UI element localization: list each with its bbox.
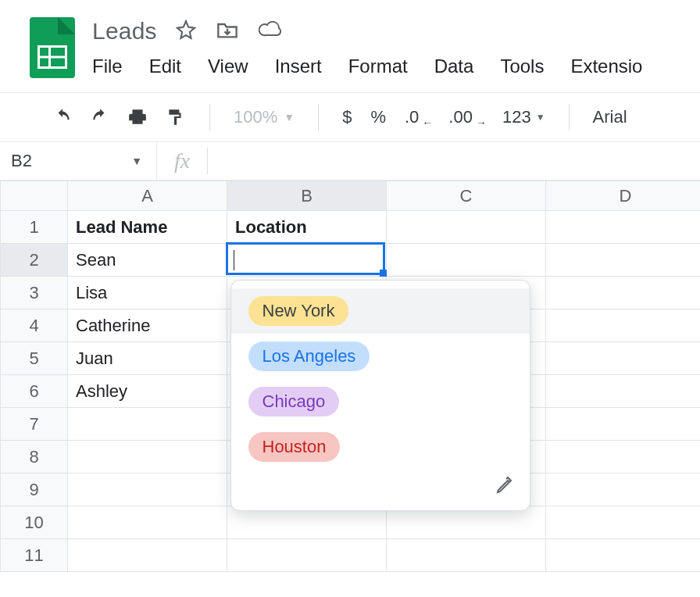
row-header[interactable]: 6	[1, 375, 68, 408]
row-header[interactable]: 10	[1, 506, 68, 539]
menu-file[interactable]: File	[92, 55, 123, 77]
data-validation-dropdown: New York Los Angeles Chicago Houston	[230, 280, 530, 511]
star-icon[interactable]	[176, 20, 196, 43]
dropdown-chip: Los Angeles	[248, 341, 370, 371]
cell[interactable]: Ashley	[68, 375, 227, 408]
name-box-value: B2	[11, 151, 32, 171]
row-header[interactable]: 9	[1, 474, 68, 506]
zoom-select[interactable]: 100% ▼	[234, 107, 295, 127]
cell[interactable]	[546, 342, 701, 375]
increase-decimal-button[interactable]: .00	[448, 107, 484, 127]
column-header[interactable]: B	[227, 181, 387, 211]
row-header[interactable]: 2	[1, 244, 68, 277]
cell[interactable]	[546, 441, 701, 474]
cell[interactable]	[68, 474, 227, 506]
menu-edit[interactable]: Edit	[149, 55, 181, 77]
separator	[209, 104, 210, 130]
cell[interactable]: Juan	[68, 342, 227, 375]
name-box[interactable]: B2 ▼	[0, 151, 156, 171]
sheets-document-icon[interactable]	[30, 17, 75, 78]
cell[interactable]	[227, 539, 387, 572]
document-title[interactable]: Leads	[92, 18, 157, 45]
row-header[interactable]: 7	[1, 408, 68, 441]
edit-dropdown-icon[interactable]	[495, 476, 514, 499]
dropdown-option[interactable]: New York	[231, 288, 530, 334]
cell[interactable]: Location	[227, 211, 387, 244]
undo-icon[interactable]	[52, 106, 73, 128]
cell[interactable]	[68, 441, 227, 474]
menu-extensions[interactable]: Extensio	[570, 55, 642, 77]
row-header[interactable]: 11	[1, 539, 68, 572]
chevron-down-icon: ▼	[284, 111, 295, 123]
more-formats-button[interactable]: 123 ▼	[502, 107, 545, 127]
cell[interactable]	[546, 506, 701, 539]
cell[interactable]	[546, 408, 701, 441]
dropdown-option[interactable]: Houston	[231, 424, 530, 470]
cell[interactable]	[227, 506, 387, 539]
more-formats-label: 123	[502, 107, 531, 127]
redo-icon[interactable]	[89, 106, 111, 128]
decrease-decimal-button[interactable]: .0	[405, 107, 430, 127]
formula-bar: B2 ▼ fx	[0, 141, 700, 181]
table-row: 10	[1, 506, 701, 539]
menu-tools[interactable]: Tools	[500, 55, 544, 77]
dropdown-option[interactable]: Los Angeles	[231, 334, 530, 379]
column-header[interactable]: D	[546, 181, 701, 211]
menu-insert[interactable]: Insert	[275, 55, 322, 77]
paint-format-icon[interactable]	[164, 106, 186, 128]
cell[interactable]: Catherine	[68, 309, 227, 342]
cell[interactable]	[387, 539, 546, 572]
cloud-status-icon[interactable]	[259, 21, 282, 41]
cell[interactable]: Lisa	[68, 277, 227, 309]
cell[interactable]	[68, 506, 227, 539]
dropdown-option[interactable]: Chicago	[231, 379, 530, 424]
format-percent-button[interactable]: %	[370, 107, 386, 127]
cell[interactable]	[387, 244, 546, 277]
print-icon[interactable]	[127, 106, 148, 128]
header-chrome: Leads File Edit View Insert	[0, 0, 700, 181]
row-header[interactable]: 5	[1, 342, 68, 375]
cell[interactable]	[546, 309, 701, 342]
column-header[interactable]: A	[68, 181, 227, 211]
cell[interactable]	[68, 408, 227, 441]
fx-label: fx	[157, 148, 207, 173]
cell[interactable]	[546, 244, 701, 277]
move-to-folder-icon[interactable]	[216, 20, 238, 42]
cell[interactable]	[546, 211, 701, 244]
column-header-row: A B C D	[1, 181, 701, 211]
cell-active[interactable]	[227, 244, 387, 277]
dropdown-chip: New York	[248, 296, 349, 326]
menu-format[interactable]: Format	[348, 55, 408, 77]
cell[interactable]: Sean	[68, 244, 227, 277]
separator	[569, 104, 570, 130]
table-row: 11	[1, 539, 701, 572]
table-row: 1 Lead Name Location	[1, 211, 701, 244]
cell[interactable]	[387, 506, 546, 539]
menu-view[interactable]: View	[208, 55, 248, 77]
cell[interactable]	[546, 375, 701, 408]
chevron-down-icon: ▼	[131, 155, 142, 167]
chevron-down-icon: ▼	[536, 112, 545, 123]
cell[interactable]	[387, 211, 546, 244]
row-header[interactable]: 1	[1, 211, 68, 244]
format-currency-button[interactable]: $	[342, 107, 352, 127]
row-header[interactable]: 3	[1, 277, 68, 309]
cell[interactable]	[68, 539, 227, 572]
row-header[interactable]: 4	[1, 309, 68, 342]
menu-bar: File Edit View Insert Format Data Tools …	[92, 52, 642, 77]
cell[interactable]	[546, 277, 701, 309]
row-header[interactable]: 8	[1, 441, 68, 474]
separator	[318, 104, 319, 130]
formula-input[interactable]	[208, 142, 700, 180]
cell[interactable]	[546, 474, 701, 506]
dropdown-chip: Houston	[248, 432, 341, 462]
column-header[interactable]: C	[387, 181, 546, 211]
table-row: 2 Sean	[1, 244, 701, 277]
select-all-corner[interactable]	[1, 181, 68, 211]
toolbar: 100% ▼ $ % .0 .00 123 ▼ Arial	[0, 93, 700, 141]
font-family-select[interactable]: Arial	[593, 107, 627, 127]
spreadsheet-grid[interactable]: A B C D 1 Lead Name Location 2 Sean	[0, 181, 700, 572]
cell[interactable]: Lead Name	[68, 211, 227, 244]
cell[interactable]	[546, 539, 701, 572]
menu-data[interactable]: Data	[434, 55, 474, 77]
